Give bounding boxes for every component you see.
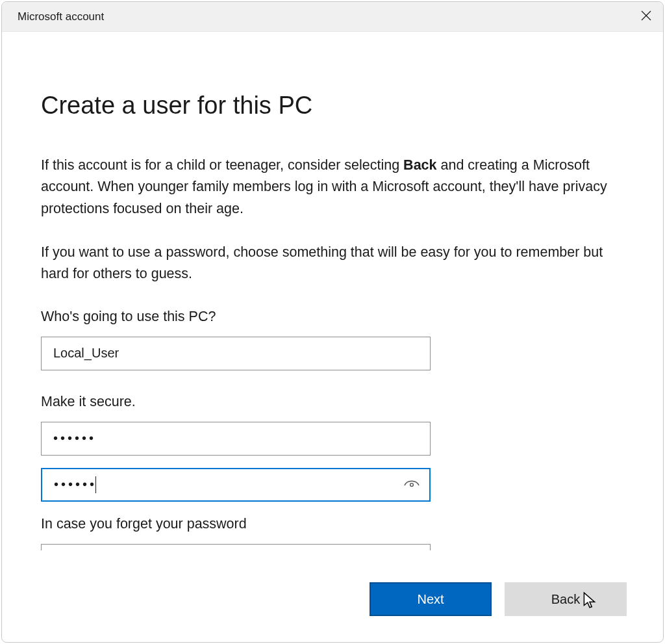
confirm-password-mask-wrap: •••••• — [54, 476, 96, 493]
confirm-password-wrapper: •••••• — [41, 468, 431, 502]
intro-paragraph-2: If you want to use a password, choose so… — [41, 242, 624, 285]
window-title: Microsoft account — [18, 10, 104, 23]
confirm-password-input[interactable]: •••••• — [41, 468, 431, 502]
content-area: Create a user for this PC If this accoun… — [2, 32, 663, 642]
back-button[interactable]: Back — [505, 582, 627, 616]
password-label: Make it secure. — [41, 394, 624, 410]
dialog-window: Microsoft account Create a user for this… — [1, 1, 664, 643]
username-label: Who's going to use this PC? — [41, 309, 624, 325]
text-cursor — [95, 476, 96, 493]
eye-icon — [403, 476, 420, 493]
intro-paragraph-1: If this account is for a child or teenag… — [41, 155, 624, 220]
footer-buttons: Next Back — [370, 582, 627, 616]
password-input[interactable]: •••••• — [41, 422, 431, 456]
close-button[interactable] — [629, 2, 663, 32]
password-mask: •••••• — [53, 431, 96, 446]
next-button[interactable]: Next — [370, 582, 492, 616]
reveal-password-button[interactable] — [403, 476, 420, 493]
hint-label: In case you forget your password — [41, 516, 624, 532]
close-icon — [641, 10, 651, 23]
svg-point-2 — [410, 483, 414, 487]
password-wrapper: •••••• — [41, 422, 431, 456]
confirm-password-mask: •••••• — [54, 477, 97, 492]
username-input[interactable] — [41, 337, 431, 370]
page-title: Create a user for this PC — [41, 92, 624, 120]
para1-before: If this account is for a child or teenag… — [41, 157, 403, 173]
titlebar: Microsoft account — [2, 2, 663, 32]
security-question-input-cutoff[interactable] — [41, 544, 431, 550]
para1-bold: Back — [403, 157, 436, 173]
